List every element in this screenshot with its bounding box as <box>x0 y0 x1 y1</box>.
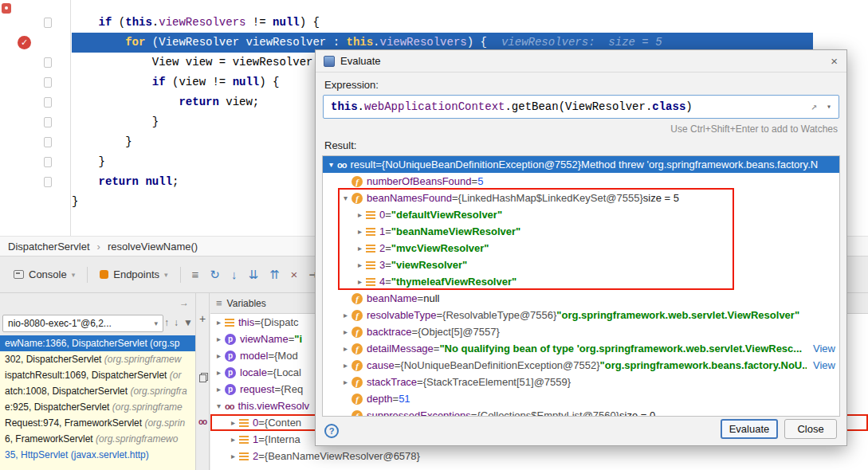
tree-row[interactable]: fdepth = 51 <box>323 390 839 407</box>
fold-marker-icon[interactable] <box>44 77 52 88</box>
dialog-titlebar[interactable]: Evaluate × <box>316 50 846 72</box>
token: ) <box>685 100 692 113</box>
chevron-right-icon[interactable]: ▸ <box>214 385 224 394</box>
add-watch-icon[interactable]: + <box>196 312 209 325</box>
tree-row[interactable]: ▸2 = "mvcViewResolver" <box>323 240 839 257</box>
view-link[interactable]: View <box>807 357 835 374</box>
step-over-icon[interactable]: ⇊ <box>248 268 258 282</box>
token: = <box>385 259 391 271</box>
fold-marker-icon[interactable] <box>44 137 52 147</box>
frames-filter-icon[interactable]: ▼ <box>183 317 193 328</box>
token: 2 <box>253 450 258 462</box>
chevron-right-icon[interactable]: ▸ <box>228 418 238 427</box>
step-out-icon[interactable]: ⇈ <box>269 268 280 282</box>
chevron-right-icon[interactable]: ▸ <box>340 361 351 370</box>
close-button[interactable]: Close <box>784 419 837 439</box>
frame-row[interactable]: atch:1008, DispatcherServlet (org.spring… <box>0 383 195 399</box>
fold-marker-icon[interactable] <box>44 97 52 108</box>
tree-row[interactable]: ▾ooresult = {NoUniqueBeanDefinitionExcep… <box>323 156 839 173</box>
resume-icon[interactable]: ↓ <box>231 268 238 281</box>
frame-up-icon[interactable]: ↑ <box>164 317 169 328</box>
arrow-icon[interactable]: → <box>179 297 189 308</box>
token: viewName <box>240 333 289 345</box>
token: for <box>125 36 145 49</box>
token: {Interna <box>265 433 300 445</box>
chevron-down-icon[interactable]: ▾ <box>326 160 336 169</box>
tree-row[interactable]: ▸fstackTrace = {StackTraceElement[51]@75… <box>323 374 839 390</box>
fold-marker-icon[interactable] <box>44 117 52 127</box>
close-icon[interactable]: × <box>831 54 838 68</box>
token: (org.sprin <box>144 417 185 429</box>
expand-icon[interactable]: ↗ <box>811 100 817 113</box>
fold-marker-icon[interactable] <box>44 57 52 68</box>
chevron-right-icon[interactable]: ▸ <box>228 452 238 460</box>
chevron-right-icon[interactable]: ▸ <box>340 378 351 386</box>
tree-row[interactable]: fbeanName = null <box>323 290 839 307</box>
chevron-right-icon[interactable]: ▸ <box>214 335 224 343</box>
frame-row[interactable]: 302, DispatcherServlet (org.springframew <box>0 351 195 367</box>
chevron-right-icon[interactable]: ▸ <box>214 368 224 377</box>
tree-row[interactable]: ▸2 = {BeanNameViewResolver@6578} <box>210 448 868 464</box>
tab-endpoints[interactable]: Endpoints ▾ <box>92 268 175 280</box>
frame-row[interactable]: 35, HttpServlet (javax.servlet.http) <box>0 447 195 463</box>
view-link[interactable]: View <box>807 340 835 357</box>
expression-input[interactable]: this.webApplicationContext.getBean(ViewR… <box>323 95 839 119</box>
evaluate-button[interactable]: Evaluate <box>721 419 778 439</box>
watches-icon[interactable]: oo <box>196 417 209 426</box>
chevron-down-icon[interactable]: ▾ <box>72 271 76 279</box>
chevron-right-icon[interactable]: ▸ <box>340 344 351 353</box>
chevron-down-icon[interactable]: ▾ <box>164 271 168 279</box>
chevron-right-icon[interactable]: ▸ <box>355 244 365 253</box>
frame-row[interactable]: ewName:1366, DispatcherServlet (org.sp <box>0 335 195 351</box>
layout-menu-icon[interactable]: ≡ <box>192 268 199 281</box>
fold-marker-icon[interactable] <box>44 18 52 28</box>
array-item-icon <box>366 228 375 236</box>
tree-row[interactable]: fsuppressedExceptions = {Collections$Emp… <box>323 407 839 417</box>
frame-down-icon[interactable]: ↓ <box>174 317 179 328</box>
thread-selector[interactable]: nio-8080-exec-1"@6,2... ▾ <box>2 315 163 332</box>
breakpoint-stripe-icon[interactable] <box>2 3 11 14</box>
tree-row[interactable]: ▸3 = "viewResolver" <box>323 257 839 273</box>
breadcrumb-item-class[interactable]: DispatcherServlet <box>8 241 90 253</box>
chevron-down-icon[interactable]: ▾ <box>340 194 351 202</box>
tab-console[interactable]: Console ▾ <box>6 268 82 280</box>
chevron-right-icon[interactable]: ▸ <box>228 435 238 444</box>
tree-row[interactable]: ▸fdetailMessage = "No qualifying bean of… <box>323 340 839 357</box>
token: 51 <box>399 393 410 405</box>
tree-row[interactable]: ▸1 = "beanNameViewResolver" <box>323 223 839 240</box>
tree-row[interactable]: ▾fbeanNamesFound = {LinkedHashMap$Linked… <box>323 190 839 206</box>
chevron-right-icon[interactable]: ▸ <box>214 351 224 360</box>
tree-row[interactable]: fnumberOfBeansFound = 5 <box>323 173 839 190</box>
chevron-right-icon[interactable]: ▸ <box>355 277 365 286</box>
rerun-icon[interactable]: ↻ <box>210 268 220 282</box>
tree-row[interactable]: ▸fresolvableType = {ResolvableType@7556}… <box>323 307 839 323</box>
tree-row[interactable]: ▸fcause = {NoUniqueBeanDefinitionExcepti… <box>323 357 839 374</box>
chevron-right-icon[interactable]: ▸ <box>355 227 365 236</box>
tree-row[interactable]: ▸4 = "thymeleafViewResolver" <box>323 273 839 290</box>
breakpoint-icon[interactable]: ✓ <box>18 36 31 49</box>
tree-row[interactable]: ▸0 = "defaultViewResolver" <box>323 206 839 223</box>
history-dropdown-icon[interactable]: ▾ <box>827 102 831 112</box>
copy-icon[interactable] <box>199 374 206 382</box>
frames-panel: → nio-8080-exec-1"@6,2... ▾ ↑↓▼ ewName:1… <box>0 293 195 470</box>
chevron-right-icon[interactable]: ▸ <box>214 318 224 327</box>
chevron-right-icon[interactable]: ▸ <box>340 311 351 319</box>
token: View view = viewResolver. <box>72 56 320 69</box>
token: = <box>385 276 391 288</box>
help-icon[interactable]: ? <box>324 424 339 438</box>
frame-row[interactable]: e:925, DispatcherServlet (org.springfram… <box>0 399 195 415</box>
mute-breakpoints-icon[interactable]: × <box>291 268 298 281</box>
fold-marker-icon[interactable] <box>44 177 52 187</box>
fold-marker-icon[interactable] <box>44 157 52 167</box>
token: } <box>72 195 78 208</box>
frame-row[interactable]: Request:974, FrameworkServlet (org.sprin <box>0 415 195 431</box>
chevron-right-icon[interactable]: ▸ <box>340 327 351 336</box>
frame-row[interactable]: 6, FrameworkServlet (org.springframewo <box>0 431 195 447</box>
code-line[interactable]: if (this.viewResolvers != null) { <box>72 13 813 33</box>
chevron-down-icon[interactable]: ▾ <box>214 401 224 410</box>
chevron-right-icon[interactable]: ▸ <box>355 260 365 269</box>
chevron-right-icon[interactable]: ▸ <box>355 210 365 219</box>
breadcrumb-item-method[interactable]: resolveViewName() <box>108 241 198 253</box>
tree-row[interactable]: ▸fbacktrace = {Object[5]@7557} <box>323 323 839 340</box>
frame-row[interactable]: ispatchResult:1069, DispatcherServlet (o… <box>0 367 195 383</box>
